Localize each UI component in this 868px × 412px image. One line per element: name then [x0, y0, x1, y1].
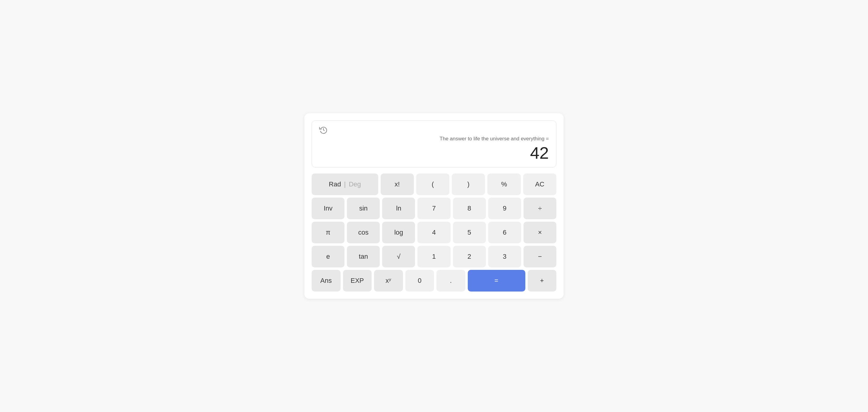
btn-tan[interactable]: tan	[347, 246, 380, 268]
btn-nine[interactable]: 9	[488, 198, 521, 219]
btn-subtract[interactable]: −	[524, 246, 556, 268]
btn-seven[interactable]: 7	[417, 198, 450, 219]
btn-factorial[interactable]: x!	[381, 173, 414, 195]
btn-three[interactable]: 3	[488, 246, 521, 268]
btn-five[interactable]: 5	[453, 222, 486, 243]
display-header	[319, 126, 549, 134]
btn-six[interactable]: 6	[488, 222, 521, 243]
btn-rad-deg[interactable]: Rad | Deg	[312, 173, 378, 195]
btn-open-paren[interactable]: (	[416, 173, 450, 195]
calculator: The answer to life the universe and ever…	[304, 113, 564, 299]
btn-four[interactable]: 4	[417, 222, 450, 243]
btn-zero[interactable]: 0	[405, 270, 434, 291]
keypad: Rad | Degx!()%ACInvsinln789÷πcoslog456×e…	[312, 173, 556, 291]
display-result: 42	[319, 144, 549, 162]
btn-cos[interactable]: cos	[347, 222, 380, 243]
display-panel: The answer to life the universe and ever…	[312, 121, 556, 167]
rad-divider: |	[344, 180, 346, 188]
btn-one[interactable]: 1	[417, 246, 450, 268]
btn-power[interactable]: xʸ	[374, 270, 403, 291]
btn-equals[interactable]: =	[468, 270, 525, 291]
btn-inv[interactable]: Inv	[312, 198, 344, 219]
btn-ans[interactable]: Ans	[312, 270, 341, 291]
btn-add[interactable]: +	[528, 270, 557, 291]
keypad-row-2: πcoslog456×	[312, 222, 556, 243]
btn-ln[interactable]: ln	[382, 198, 415, 219]
btn-ac[interactable]: AC	[523, 173, 556, 195]
keypad-row-3: etan√123−	[312, 246, 556, 268]
display-expression: The answer to life the universe and ever…	[319, 134, 549, 144]
btn-sin[interactable]: sin	[347, 198, 380, 219]
btn-e[interactable]: e	[312, 246, 344, 268]
btn-divide[interactable]: ÷	[524, 198, 556, 219]
keypad-row-4: AnsEXPxʸ0.=+	[312, 270, 556, 291]
btn-sqrt[interactable]: √	[382, 246, 415, 268]
btn-eight[interactable]: 8	[453, 198, 486, 219]
btn-close-paren[interactable]: )	[452, 173, 485, 195]
btn-percent[interactable]: %	[487, 173, 521, 195]
rad-label: Rad	[329, 180, 341, 188]
deg-label: Deg	[349, 180, 361, 188]
btn-decimal[interactable]: .	[436, 270, 465, 291]
btn-two[interactable]: 2	[453, 246, 486, 268]
keypad-row-1: Invsinln789÷	[312, 198, 556, 219]
btn-log[interactable]: log	[382, 222, 415, 243]
btn-exp[interactable]: EXP	[343, 270, 372, 291]
btn-multiply[interactable]: ×	[524, 222, 556, 243]
keypad-row-0: Rad | Degx!()%AC	[312, 173, 556, 195]
btn-pi[interactable]: π	[312, 222, 344, 243]
history-icon[interactable]	[319, 126, 328, 134]
